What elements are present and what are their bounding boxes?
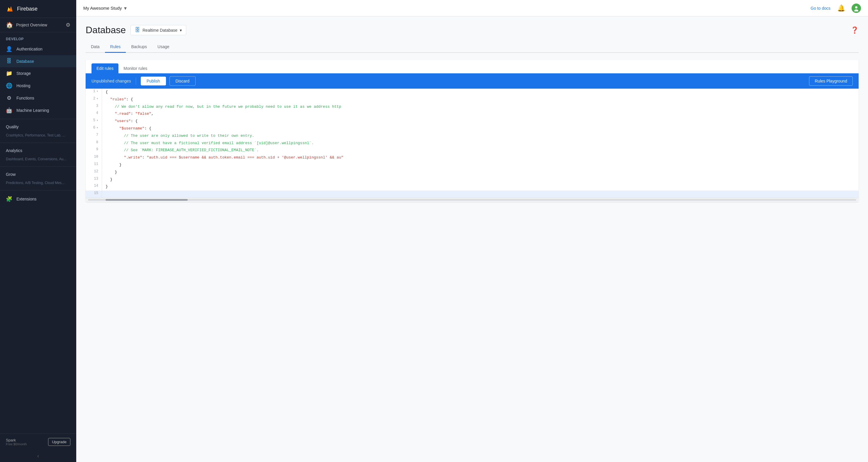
page-header-left: Database 🗄 Realtime Database ▾ — [86, 25, 186, 35]
line-num-5: 5▾ — [86, 118, 102, 125]
go-to-docs-link[interactable]: Go to docs — [810, 6, 831, 10]
code-line-8: 8 // The user must have a fictional veri… — [86, 140, 859, 147]
ml-icon: 🤖 — [6, 107, 12, 114]
line-num-9: 9 — [86, 147, 102, 154]
sidebar-item-database[interactable]: 🗄 Database — [0, 55, 76, 67]
line-code-14: } — [102, 183, 859, 191]
code-line-4: 4 ".read": "false", — [86, 110, 859, 118]
editor-sub-tabs: Edit rules Monitor rules — [86, 60, 859, 74]
user-avatar[interactable] — [851, 3, 861, 13]
discard-button[interactable]: Discard — [169, 76, 195, 86]
settings-icon[interactable]: ⚙ — [66, 22, 70, 28]
help-icon[interactable]: ❓ — [851, 26, 859, 34]
tab-backups[interactable]: Backups — [126, 41, 152, 53]
code-lines: 1▾ { 2▾ "rules": { 3 // We don't allow a… — [86, 89, 859, 198]
line-code-4: ".read": "false", — [102, 110, 859, 118]
project-name: My Awesome Study — [83, 6, 122, 10]
avatar-icon — [853, 5, 860, 11]
sidebar-collapse-button[interactable]: ‹ — [0, 450, 76, 462]
line-num-2: 2▾ — [86, 96, 102, 103]
tab-data[interactable]: Data — [86, 41, 105, 53]
firebase-logo[interactable]: Firebase — [6, 5, 37, 13]
line-code-1: { — [102, 89, 859, 96]
sub-tab-monitor-rules[interactable]: Monitor rules — [119, 63, 152, 74]
grow-label: Grow — [6, 172, 16, 177]
scrollbar-thumb — [105, 199, 188, 201]
page-header: Database 🗄 Realtime Database ▾ ❓ — [86, 25, 859, 35]
sidebar-item-machine-learning[interactable]: 🤖 Machine Learning — [0, 104, 76, 117]
code-line-15: 15 — [86, 191, 859, 198]
page-title: Database — [86, 25, 126, 35]
editor-toolbar: Unpublished changes Publish Discard Rule… — [86, 74, 859, 89]
line-num-6: 6▾ — [86, 125, 102, 133]
quality-sublabel: Crashlytics, Performance, Test Lab, ... — [0, 132, 76, 140]
database-selector-arrow: ▾ — [180, 28, 182, 33]
hosting-icon: 🌐 — [6, 83, 12, 89]
topbar: My Awesome Study ▾ Go to docs 🔔 — [76, 0, 868, 17]
database-selector-dropdown[interactable]: 🗄 Realtime Database ▾ — [130, 25, 186, 35]
code-line-2: 2▾ "rules": { — [86, 96, 859, 103]
notifications-icon[interactable]: 🔔 — [836, 3, 846, 13]
line-num-3: 3 — [86, 103, 102, 111]
sidebar-item-hosting[interactable]: 🌐 Hosting — [0, 80, 76, 92]
sidebar-header: Firebase — [0, 0, 76, 18]
quality-label: Quality — [6, 124, 19, 129]
main-content: My Awesome Study ▾ Go to docs 🔔 Database — [76, 0, 868, 462]
code-line-5: 5▾ "users": { — [86, 118, 859, 125]
line-num-13: 13 — [86, 176, 102, 183]
project-dropdown-arrow: ▾ — [124, 5, 127, 11]
line-num-8: 8 — [86, 140, 102, 147]
project-overview-label: Project Overview — [16, 23, 63, 27]
line-num-7: 7 — [86, 133, 102, 140]
project-overview-nav[interactable]: 🏠 Project Overview ⚙ — [0, 18, 76, 32]
svg-point-1 — [855, 6, 858, 8]
editor-scrollbar[interactable] — [86, 198, 859, 202]
sub-tab-edit-rules[interactable]: Edit rules — [92, 63, 119, 74]
line-code-8: // The user must have a fictional verifi… — [102, 140, 859, 147]
sidebar-item-grow[interactable]: Grow — [0, 169, 76, 180]
rules-playground-button[interactable]: Rules Playground — [809, 76, 853, 86]
database-selector-icon: 🗄 — [135, 27, 140, 33]
line-code-11: } — [102, 162, 859, 169]
upgrade-button[interactable]: Upgrade — [48, 438, 70, 446]
unpublished-label: Unpublished changes — [92, 79, 131, 83]
sidebar: Firebase 🏠 Project Overview ⚙ Develop 👤 … — [0, 0, 76, 462]
line-num-10: 10 — [86, 154, 102, 162]
line-code-9: // See `MARK: FIREBASE_AUTH_VERIFIED_FIC… — [102, 147, 859, 154]
line-num-15: 15 — [86, 191, 102, 198]
sidebar-item-functions[interactable]: ⚙ Functions — [0, 92, 76, 104]
sidebar-item-label-ml: Machine Learning — [17, 108, 49, 113]
tab-rules[interactable]: Rules — [105, 41, 126, 53]
spark-sublabel: Free $0/month — [6, 442, 27, 446]
tab-usage[interactable]: Usage — [152, 41, 175, 53]
code-line-7: 7 // The user are only allowed to write … — [86, 133, 859, 140]
analytics-sublabel: Dashboard, Events, Conversions, Au... — [0, 156, 76, 164]
sidebar-item-label-database: Database — [17, 59, 34, 64]
line-code-5: "users": { — [102, 118, 859, 125]
grow-sublabel: Predictions, A/B Testing, Cloud Mes... — [0, 180, 76, 188]
divider-extensions — [0, 190, 76, 191]
line-num-12: 12 — [86, 169, 102, 176]
project-selector[interactable]: My Awesome Study ▾ — [83, 5, 127, 11]
publish-button[interactable]: Publish — [141, 77, 166, 85]
sidebar-item-quality[interactable]: Quality — [0, 121, 76, 132]
code-line-1: 1▾ { — [86, 89, 859, 96]
line-code-3: // We don't allow any read for now, but … — [102, 103, 859, 111]
sidebar-item-storage[interactable]: 📁 Storage — [0, 67, 76, 80]
authentication-icon: 👤 — [6, 46, 12, 52]
spark-info: Spark Free $0/month — [6, 438, 27, 446]
code-editor[interactable]: 1▾ { 2▾ "rules": { 3 // We don't allow a… — [86, 89, 859, 198]
line-num-14: 14 — [86, 183, 102, 191]
code-line-3: 3 // We don't allow any read for now, bu… — [86, 103, 859, 111]
spark-label: Spark — [6, 438, 27, 442]
sidebar-item-label-storage: Storage — [17, 71, 31, 76]
storage-icon: 📁 — [6, 70, 12, 77]
sidebar-item-extensions[interactable]: 🧩 Extensions — [0, 193, 76, 205]
scrollbar-track — [88, 199, 856, 201]
extensions-icon: 🧩 — [6, 196, 12, 202]
sidebar-item-authentication[interactable]: 👤 Authentication — [0, 43, 76, 55]
line-code-2: "rules": { — [102, 96, 859, 103]
code-line-11: 11 } — [86, 162, 859, 169]
sidebar-item-analytics[interactable]: Analytics — [0, 145, 76, 156]
sidebar-bottom: Spark Free $0/month Upgrade — [0, 434, 76, 450]
